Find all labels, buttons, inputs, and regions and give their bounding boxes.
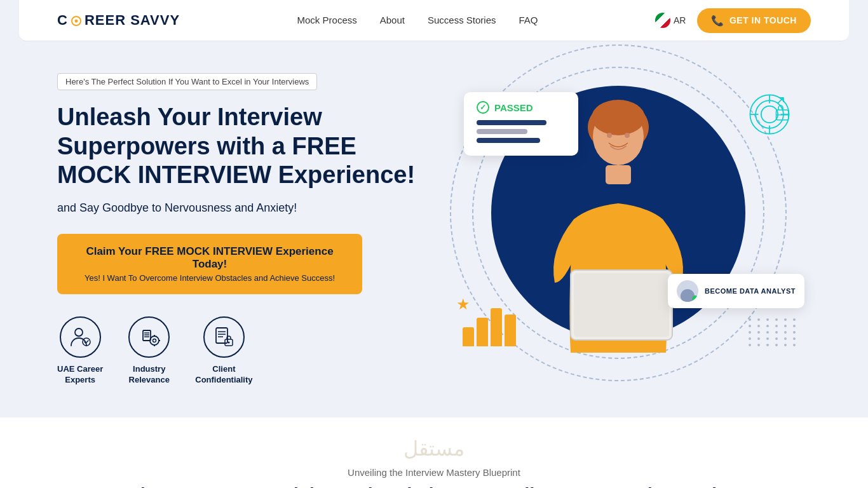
claim-cta-main-label: Claim Your FREE MOCK INTERVIEW Experienc… <box>75 245 344 271</box>
svg-point-20 <box>592 100 645 135</box>
dot-grid-item <box>775 318 778 321</box>
dot-grid-item <box>749 331 751 334</box>
svg-rect-23 <box>606 165 631 184</box>
cta-label: GET IN TOUCH <box>729 15 797 25</box>
hero-subtitle: and Say Goodbye to Nervousness and Anxie… <box>57 201 426 215</box>
passed-card: ✓ PASSED <box>464 92 578 156</box>
hero-title-line3: MOCK INTERVIEW Experience! <box>57 161 415 188</box>
dot-grid-item <box>766 337 769 340</box>
dot-grid-item <box>757 344 760 346</box>
dot-grid-item <box>793 325 796 327</box>
svg-rect-2 <box>143 330 151 341</box>
nav-faq[interactable]: FAQ <box>519 15 538 25</box>
features-row: UAE CareerExperts <box>57 316 426 386</box>
client-confidentiality-icon <box>203 316 245 358</box>
dot-grid-item <box>793 337 796 340</box>
lang-label: AR <box>674 15 686 25</box>
dot-grid-item <box>766 344 769 346</box>
uae-experts-label: UAE CareerExperts <box>57 364 103 386</box>
svg-rect-22 <box>574 273 669 337</box>
check-circle-icon: ✓ <box>477 101 489 114</box>
navbar: CREER SAVVY Mock Process About Success S… <box>0 0 868 41</box>
svg-point-25 <box>625 133 630 138</box>
bar-chart: ★ <box>463 308 516 346</box>
target-icon-card <box>747 92 792 137</box>
bar-3 <box>491 308 502 346</box>
logo-circle-icon <box>71 16 81 26</box>
svg-point-7 <box>153 339 156 342</box>
bar-1 <box>463 327 474 346</box>
mustaqil-logo: مستقل <box>57 437 811 461</box>
hero-title-line2: Superpowers with a FREE <box>57 133 356 159</box>
svg-point-24 <box>607 133 612 138</box>
industry-relevance-icon <box>128 316 170 358</box>
dot-grid-item <box>775 331 778 334</box>
dot-grid-item <box>766 318 769 321</box>
progress-bar-2 <box>477 129 566 134</box>
analyst-online-dot <box>692 295 698 302</box>
dot-grid-item <box>766 331 769 334</box>
hero-title: Unleash Your Interview Superpowers with … <box>57 103 426 190</box>
feature-client-confidentiality: ClientConfidentiality <box>195 316 252 386</box>
bar-2 <box>477 318 488 346</box>
claim-cta-button[interactable]: Claim Your FREE MOCK INTERVIEW Experienc… <box>57 234 362 294</box>
language-selector[interactable]: AR <box>655 13 686 28</box>
dot-grid-item <box>784 344 787 346</box>
hero-section: Here's The Perfect Solution If You Want … <box>0 41 868 411</box>
bottom-section: مستقل Unveiling the Interview Mastery Bl… <box>0 417 868 488</box>
client-confidentiality-label: ClientConfidentiality <box>195 364 252 386</box>
analyst-card: BECOME DATA ANALYST <box>668 274 804 308</box>
uae-flag-icon <box>655 13 670 28</box>
dot-grid-item <box>749 318 751 321</box>
phone-icon: 📞 <box>711 15 724 27</box>
logo: CREER SAVVY <box>57 12 180 29</box>
progress-bar-3 <box>477 138 566 143</box>
star-icon: ★ <box>456 295 470 313</box>
dot-grid-item <box>793 331 796 334</box>
svg-point-28 <box>761 106 778 123</box>
svg-point-6 <box>150 336 159 345</box>
hero-left: Here's The Perfect Solution If You Want … <box>57 67 426 386</box>
industry-relevance-label: IndustryRelevance <box>129 364 170 386</box>
dot-grid-item <box>775 337 778 340</box>
svg-point-27 <box>756 100 783 128</box>
nav-right: AR 📞 GET IN TOUCH <box>655 8 811 33</box>
uae-experts-icon <box>60 316 101 358</box>
dot-grid-item <box>784 325 787 327</box>
dot-grid-item <box>784 337 787 340</box>
nav-links: Mock Process About Success Stories FAQ <box>297 15 538 26</box>
nav-mock-process[interactable]: Mock Process <box>297 15 357 25</box>
bottom-title: Discover Expert Insights and Techniques … <box>57 484 811 488</box>
bottom-subtitle: Unveiling the Interview Mastery Blueprin… <box>57 467 811 478</box>
nav-success-stories[interactable]: Success Stories <box>428 15 496 25</box>
dot-grid-item <box>749 325 751 327</box>
passed-label: ✓ PASSED <box>477 101 566 114</box>
get-in-touch-button[interactable]: 📞 GET IN TOUCH <box>697 8 811 33</box>
feature-uae-experts: UAE CareerExperts <box>57 316 103 386</box>
dot-grid-item <box>757 331 760 334</box>
analyst-avatar <box>677 280 698 302</box>
dot-grid-item <box>757 318 760 321</box>
feature-industry-relevance: IndustryRelevance <box>128 316 170 386</box>
dot-grid-item <box>749 344 751 346</box>
claim-cta-sub-label: Yes! I Want To Overcome Interview Obstac… <box>75 273 344 283</box>
svg-rect-12 <box>216 328 227 343</box>
dot-grid-item <box>775 325 778 327</box>
dot-grid-item <box>766 325 769 327</box>
dot-grid-item <box>784 318 787 321</box>
hero-title-line1: Unleash Your Interview <box>57 104 322 130</box>
hero-right: ✓ PASSED <box>426 67 811 384</box>
dot-grid-item <box>775 344 778 346</box>
svg-point-17 <box>228 342 230 344</box>
passed-text: PASSED <box>494 102 533 113</box>
dot-grid-item <box>793 344 796 346</box>
dot-grid-item <box>757 337 760 340</box>
nav-about[interactable]: About <box>380 15 405 25</box>
dot-grid-item <box>749 337 751 340</box>
analyst-label: BECOME DATA ANALYST <box>705 287 796 295</box>
dot-grid-item <box>793 318 796 321</box>
progress-bar-1 <box>477 120 566 125</box>
bar-4 <box>505 315 516 346</box>
dot-grid-decoration: // dots rendered via JS below <box>749 318 798 346</box>
dot-grid-item <box>757 325 760 327</box>
